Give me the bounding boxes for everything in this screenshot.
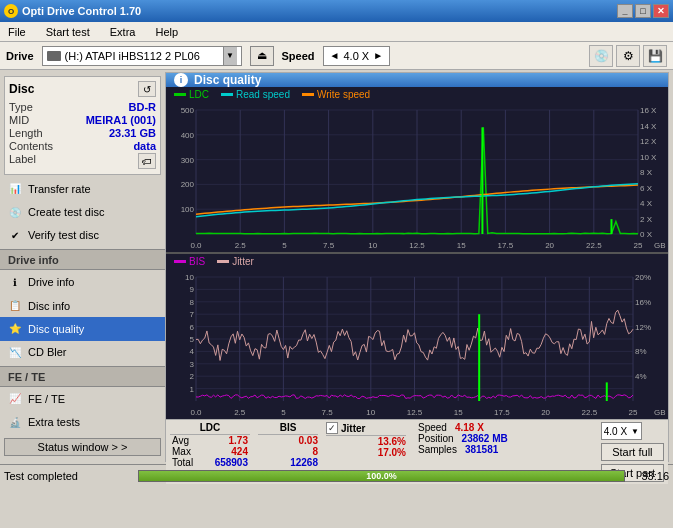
disc-label-button[interactable]: 🏷 [138, 153, 156, 169]
nav-fe-te[interactable]: 📈 FE / TE [0, 387, 165, 410]
nav-extra-tests[interactable]: 🔬 Extra tests [0, 411, 165, 434]
stats-avg-label: Avg [172, 435, 189, 446]
position-header: Position [418, 433, 454, 444]
close-button[interactable]: ✕ [653, 4, 669, 18]
drive-select[interactable]: (H:) ATAPI iHBS112 2 PL06 ▼ [42, 46, 242, 66]
jitter-header-row: ✓ Jitter [326, 422, 406, 436]
legend-jitter-label: Jitter [232, 256, 254, 267]
drive-icon [47, 51, 61, 61]
speed-next-button[interactable]: ► [371, 50, 385, 61]
stats-jitter-header: Jitter [341, 423, 365, 434]
speed-target-dropdown-arrow[interactable]: ▼ [627, 427, 639, 436]
completed-text: Test completed [4, 470, 134, 482]
samples-row: Samples 381581 [418, 444, 593, 455]
stats-jitter-col: ✓ Jitter 13.6% 17.0% [326, 422, 406, 458]
stats-total-label: Total [172, 457, 193, 468]
disc-type-row: Type BD-R [9, 101, 156, 113]
nav-disc-info[interactable]: 📋 Disc info [0, 294, 165, 317]
jitter-checkbox[interactable]: ✓ [326, 422, 338, 434]
legend-bis-color [174, 260, 186, 263]
nav-fe-te-label: FE / TE [28, 393, 65, 405]
legend-read-speed: Read speed [221, 89, 290, 100]
menu-extra[interactable]: Extra [106, 24, 140, 40]
minimize-button[interactable]: _ [617, 4, 633, 18]
speed-target-row: 4.0 X ▼ [601, 422, 664, 440]
transfer-rate-icon: 📊 [8, 182, 22, 196]
start-full-button[interactable]: Start full [601, 443, 664, 461]
eject-button[interactable]: ⏏ [250, 46, 274, 66]
maximize-button[interactable]: □ [635, 4, 651, 18]
disc-quality-icon: ⭐ [8, 322, 22, 336]
status-window-area: Status window > > [0, 434, 165, 460]
drive-dropdown-button[interactable]: ▼ [223, 47, 237, 65]
speed-target-dropdown[interactable]: 4.0 X ▼ [601, 422, 642, 440]
speed-label: Speed [282, 50, 315, 62]
disc-label-row: Label 🏷 [9, 153, 156, 169]
lower-chart-canvas [166, 269, 668, 419]
disc-contents-row: Contents data [9, 140, 156, 152]
verify-test-disc-icon: ✔ [8, 228, 22, 242]
legend-ldc: LDC [174, 89, 209, 100]
menu-help[interactable]: Help [151, 24, 182, 40]
menu-bar: File Start test Extra Help [0, 22, 673, 42]
disc-type-value: BD-R [129, 101, 157, 113]
disc-mid-value: MEIRA1 (001) [86, 114, 156, 126]
stats-ldc-col: LDC Avg 1.73 Max 424 Total 658903 [170, 422, 250, 468]
lower-chart-legend: BIS Jitter [166, 254, 668, 269]
disc-label-key: Label [9, 153, 36, 169]
disc-section: Disc ↺ Type BD-R MID MEIRA1 (001) Length… [4, 76, 161, 175]
save-button[interactable]: 💾 [643, 45, 667, 67]
nav-transfer-rate[interactable]: 📊 Transfer rate [0, 177, 165, 200]
nav-create-test-disc[interactable]: 💿 Create test disc [0, 200, 165, 223]
progress-text: 100.0% [366, 471, 397, 481]
disc-title: Disc [9, 82, 34, 96]
disc-contents-value: data [133, 140, 156, 152]
speed-select[interactable]: ◄ 4.0 X ► [323, 46, 391, 66]
nav-cd-bler[interactable]: 📉 CD Bler [0, 341, 165, 364]
legend-jitter: Jitter [217, 256, 254, 267]
nav-drive-info[interactable]: ℹ Drive info [0, 270, 165, 293]
drive-info-icon: ℹ [8, 275, 22, 289]
drive-bar: Drive (H:) ATAPI iHBS112 2 PL06 ▼ ⏏ Spee… [0, 42, 673, 70]
speed-prev-button[interactable]: ◄ [328, 50, 342, 61]
title-bar-text: Opti Drive Control 1.70 [22, 5, 141, 17]
disc-refresh-button[interactable]: ↺ [138, 81, 156, 97]
disc-button[interactable]: 💿 [589, 45, 613, 67]
drive-label: Drive [6, 50, 34, 62]
stats-max-label: Max [172, 446, 191, 457]
stats-position-val: 23862 MB [462, 433, 508, 444]
menu-file[interactable]: File [4, 24, 30, 40]
chart-area: i Disc quality LDC Read speed Write spee… [165, 72, 669, 462]
disc-mid-key: MID [9, 114, 29, 126]
stats-avg-ldc: 1.73 [229, 435, 248, 446]
legend-read-speed-color [221, 93, 233, 96]
title-bar: O Opti Drive Control 1.70 _ □ ✕ [0, 0, 673, 22]
nav-disc-quality[interactable]: ⭐ Disc quality [0, 317, 165, 340]
disc-length-value: 23.31 GB [109, 127, 156, 139]
section-fe-te: FE / TE [0, 366, 165, 387]
config-button[interactable]: ⚙ [616, 45, 640, 67]
disc-mid-row: MID MEIRA1 (001) [9, 114, 156, 126]
status-window-button[interactable]: Status window > > [4, 438, 161, 456]
menu-start-test[interactable]: Start test [42, 24, 94, 40]
legend-bis-label: BIS [189, 256, 205, 267]
speed-select-text: 4.0 X [343, 50, 369, 62]
progress-bar-container: 100.0% [138, 470, 625, 482]
section-fe-te-label: FE / TE [8, 371, 45, 383]
chart-title-text: Disc quality [194, 73, 261, 87]
fe-te-icon: 📈 [8, 392, 22, 406]
disc-type-key: Type [9, 101, 33, 113]
nav-cd-bler-label: CD Bler [28, 346, 67, 358]
stats-total-row: Total 658903 [170, 457, 250, 468]
stats-speed-val: 4.18 X [455, 422, 484, 433]
section-drive-info-label: Drive info [8, 254, 59, 266]
upper-chart-canvas [166, 102, 668, 252]
stats-avg-row: Avg 1.73 [170, 435, 250, 446]
stats-max-row: Max 424 [170, 446, 250, 457]
chart-title-bar: i Disc quality [166, 73, 668, 87]
nav-transfer-rate-label: Transfer rate [28, 183, 91, 195]
upper-chart-legend: LDC Read speed Write speed [166, 87, 668, 102]
nav-verify-test-disc[interactable]: ✔ Verify test disc [0, 224, 165, 247]
legend-ldc-color [174, 93, 186, 96]
disc-header: Disc ↺ [9, 81, 156, 97]
